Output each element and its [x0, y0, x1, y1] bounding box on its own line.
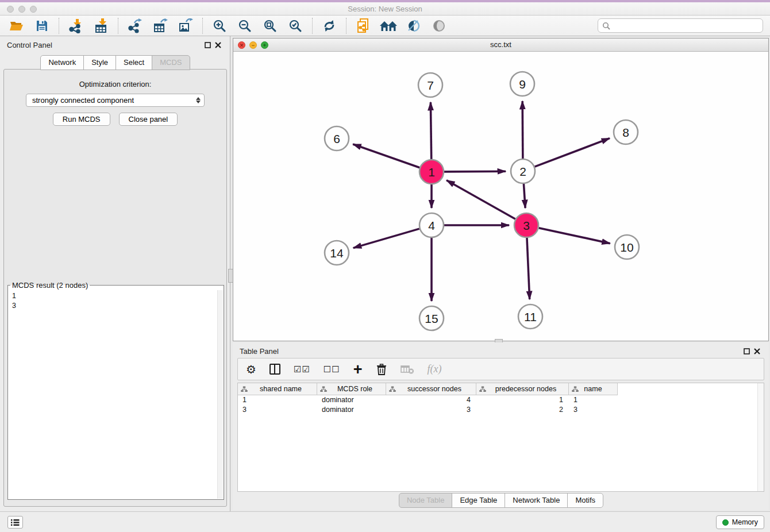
graph-node-9[interactable]: 9 — [510, 72, 534, 96]
criterion-select[interactable]: strongly connected component — [26, 94, 205, 107]
zoom-fit-button[interactable] — [259, 17, 281, 34]
graph-node-6[interactable]: 6 — [325, 126, 349, 151]
import-table-button[interactable] — [90, 17, 112, 34]
zoom-in-button[interactable] — [209, 17, 230, 34]
graph-node-15[interactable]: 15 — [419, 306, 444, 330]
graph-node-2[interactable]: 2 — [511, 159, 535, 183]
birds-eye-view-button[interactable] — [428, 17, 450, 34]
clone-network-icon — [356, 18, 371, 34]
graph-edge-1-7[interactable] — [430, 102, 431, 159]
app-title: Session: New Session — [0, 5, 770, 13]
graph-edge-2-8[interactable] — [535, 138, 610, 167]
close-panel-button[interactable]: Close panel — [119, 113, 178, 126]
select-all-button[interactable]: ☑☑ — [294, 361, 310, 378]
graph-edge-3-10[interactable] — [538, 228, 610, 244]
column-header-mcds-role[interactable]: MCDS role — [317, 383, 386, 395]
table-cell[interactable]: 3 — [238, 405, 317, 415]
graph-node-14[interactable]: 14 — [325, 241, 349, 265]
table-row[interactable]: 3dominator323 — [238, 405, 764, 415]
toolbar-separator — [59, 18, 59, 34]
tab-edge-table[interactable]: Edge Table — [452, 493, 505, 508]
list-icon — [11, 519, 20, 526]
result-scrollbar[interactable] — [217, 290, 223, 499]
graph-edge-2-9[interactable] — [522, 101, 523, 159]
graph-node-8[interactable]: 8 — [614, 120, 638, 144]
svg-text:2: 2 — [519, 165, 526, 178]
deselect-all-button[interactable]: ☐☐ — [324, 361, 340, 378]
svg-text:11: 11 — [524, 310, 537, 323]
export-table-button[interactable] — [149, 17, 171, 34]
tab-network-table[interactable]: Network Table — [505, 493, 568, 508]
tab-select[interactable]: Select — [116, 55, 152, 70]
open-session-button[interactable] — [6, 17, 28, 34]
home-button[interactable] — [378, 17, 399, 34]
clone-network-button[interactable] — [352, 17, 374, 34]
table-row[interactable]: 1dominator411 — [238, 395, 764, 405]
table-cell[interactable]: 1 — [569, 395, 618, 405]
memory-button[interactable]: Memory — [716, 515, 764, 529]
table-panel-title: Table Panel — [240, 347, 741, 356]
mcds-result-text[interactable]: 1 3 — [9, 291, 217, 499]
refresh-icon — [322, 18, 337, 33]
graph-edge-2-3[interactable] — [523, 184, 525, 208]
add-row-button[interactable]: + — [353, 361, 363, 378]
column-header-predecessor-nodes[interactable]: predecessor nodes — [476, 383, 569, 395]
control-panel-title: Control Panel — [7, 41, 202, 49]
graph-node-7[interactable]: 7 — [418, 73, 442, 97]
graph-edge-3-1[interactable] — [446, 180, 515, 219]
graph-edge-1-2[interactable] — [444, 171, 506, 172]
table-cell[interactable]: 3 — [386, 405, 476, 415]
zoom-selected-button[interactable] — [284, 17, 306, 34]
delete-row-button[interactable] — [376, 361, 387, 378]
network-canvas[interactable]: 7968124314101511 — [233, 52, 768, 341]
style-preview-button[interactable] — [403, 17, 425, 34]
application-window: Session: New Session — [0, 0, 770, 532]
table-cell[interactable]: 4 — [386, 395, 476, 405]
search-input[interactable] — [613, 21, 759, 30]
trash-icon — [376, 363, 387, 376]
table-cell[interactable]: 2 — [476, 405, 569, 415]
run-mcds-button[interactable]: Run MCDS — [53, 113, 110, 126]
tab-mcds[interactable]: MCDS — [152, 55, 190, 70]
tab-node-table[interactable]: Node Table — [399, 493, 453, 508]
graph-edge-4-14[interactable] — [353, 229, 419, 248]
graph-node-4[interactable]: 4 — [419, 213, 444, 237]
column-header-name[interactable]: name — [569, 383, 618, 395]
save-session-button[interactable] — [31, 17, 53, 34]
show-columns-button[interactable] — [270, 361, 280, 378]
tab-motifs[interactable]: Motifs — [567, 493, 603, 508]
table-cell[interactable]: 3 — [569, 405, 618, 415]
table-body: 1dominator4113dominator323 — [238, 395, 764, 415]
table-settings-button[interactable]: ⚙ — [246, 361, 256, 378]
close-table-panel-icon[interactable] — [752, 346, 762, 356]
apply-layout-button[interactable] — [318, 17, 340, 34]
zoom-out-button[interactable] — [234, 17, 256, 34]
graph-edge-3-11[interactable] — [527, 238, 530, 299]
tab-network[interactable]: Network — [40, 55, 84, 70]
column-header-shared-name[interactable]: shared name — [238, 383, 317, 395]
table-scrollbar[interactable] — [757, 383, 764, 491]
table-cell[interactable]: dominator — [317, 395, 386, 405]
status-bar: Memory — [0, 511, 770, 532]
export-network-button[interactable] — [124, 17, 146, 34]
table-cell[interactable]: 1 — [476, 395, 569, 405]
function-builder-button[interactable]: f(x) — [428, 361, 442, 378]
close-panel-icon[interactable] — [213, 40, 223, 50]
float-panel-icon[interactable] — [202, 40, 213, 50]
save-floppy-icon — [36, 20, 48, 32]
column-header-successor-nodes[interactable]: successor nodes — [386, 383, 476, 395]
float-table-panel-icon[interactable] — [741, 346, 752, 356]
delete-table-icon — [401, 364, 414, 375]
export-image-button[interactable] — [175, 17, 197, 34]
import-network-button[interactable] — [65, 17, 87, 34]
delete-table-button[interactable] — [401, 361, 414, 378]
task-history-button[interactable] — [7, 516, 23, 529]
graph-node-11[interactable]: 11 — [518, 304, 542, 329]
table-cell[interactable]: 1 — [238, 395, 317, 405]
graph-node-1[interactable]: 1 — [419, 160, 444, 184]
graph-node-10[interactable]: 10 — [615, 235, 639, 259]
tab-style[interactable]: Style — [83, 55, 116, 70]
graph-node-3[interactable]: 3 — [514, 213, 538, 237]
graph-edge-1-6[interactable] — [353, 144, 419, 168]
table-cell[interactable]: dominator — [317, 405, 386, 415]
